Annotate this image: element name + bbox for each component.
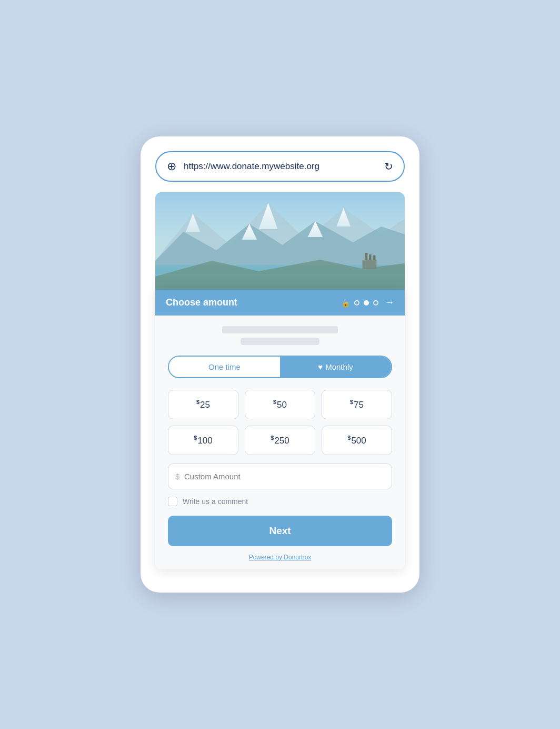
- comment-checkbox[interactable]: [168, 497, 177, 506]
- custom-amount-wrapper: $: [168, 464, 392, 489]
- placeholder-line-1: [222, 326, 338, 333]
- widget-header: Choose amount 🔒 →: [155, 290, 405, 316]
- amount-500-button[interactable]: $500: [322, 426, 392, 455]
- device-frame: ⊕ https://www.donate.mywebsite.org ↻: [141, 136, 419, 592]
- amount-25-button[interactable]: $25: [168, 390, 238, 419]
- svg-rect-13: [369, 254, 371, 260]
- placeholder-line-2: [241, 338, 319, 345]
- reload-icon[interactable]: ↻: [384, 160, 393, 173]
- url-bar[interactable]: https://www.donate.mywebsite.org: [184, 161, 377, 172]
- svg-rect-12: [365, 253, 367, 260]
- comment-row: Write us a comment: [168, 497, 392, 506]
- widget-title: Choose amount: [166, 297, 237, 308]
- heart-icon: ♥: [318, 362, 323, 371]
- donation-widget: Choose amount 🔒 → One time ♥Monthly: [155, 290, 405, 569]
- placeholder-lines: [168, 326, 392, 345]
- step-dot-3: [373, 300, 378, 306]
- widget-steps: 🔒 →: [341, 297, 394, 308]
- add-tab-icon[interactable]: ⊕: [167, 160, 176, 173]
- comment-label: Write us a comment: [183, 497, 248, 506]
- one-time-button[interactable]: One time: [169, 357, 280, 377]
- step-arrow-icon: →: [385, 297, 394, 308]
- svg-rect-11: [363, 260, 377, 269]
- monthly-button[interactable]: ♥Monthly: [280, 357, 391, 377]
- frequency-toggle: One time ♥Monthly: [168, 356, 392, 378]
- next-button[interactable]: Next: [168, 516, 392, 546]
- powered-by-link[interactable]: Powered by Donorbox: [168, 554, 392, 561]
- widget-body: One time ♥Monthly $25 $50 $75 $100 $250 …: [155, 316, 405, 569]
- amount-75-button[interactable]: $75: [322, 390, 392, 419]
- hero-image: [155, 192, 405, 290]
- amount-grid: $25 $50 $75 $100 $250 $500: [168, 390, 392, 455]
- step-dot-1: [354, 300, 359, 306]
- custom-amount-prefix: $: [175, 472, 179, 481]
- svg-rect-14: [373, 255, 375, 260]
- step-dot-2: [364, 300, 369, 306]
- browser-bar: ⊕ https://www.donate.mywebsite.org ↻: [155, 151, 405, 182]
- amount-50-button[interactable]: $50: [245, 390, 315, 419]
- lock-icon: 🔒: [341, 299, 350, 307]
- amount-100-button[interactable]: $100: [168, 426, 238, 455]
- custom-amount-input[interactable]: [168, 464, 392, 489]
- amount-250-button[interactable]: $250: [245, 426, 315, 455]
